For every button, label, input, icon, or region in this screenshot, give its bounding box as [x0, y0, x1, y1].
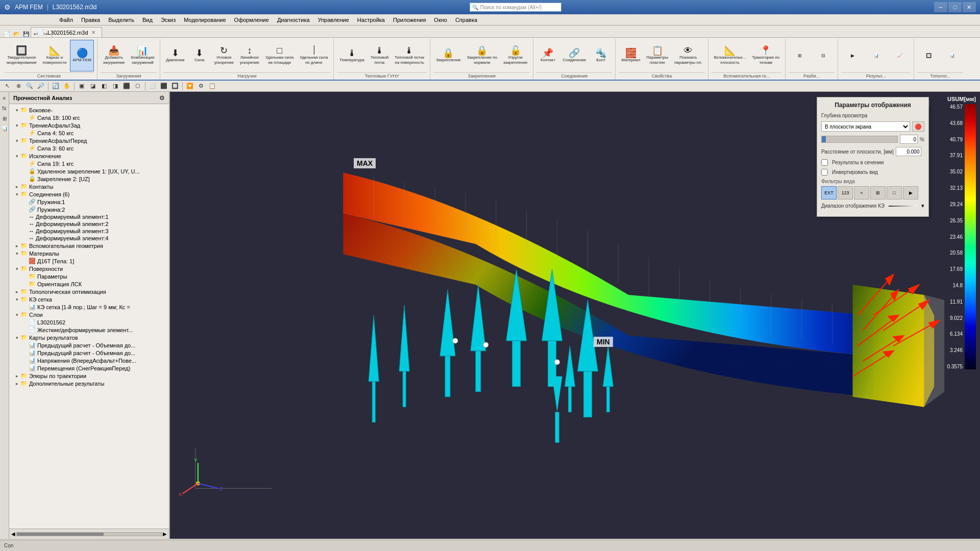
ribbon-btn-add-load[interactable]: 📥 Добавитьзагружение	[101, 40, 128, 71]
menu-modeling[interactable]: Моделирование	[180, 16, 230, 24]
ribbon-btn-combo[interactable]: 📊 Комбинациязагружений	[128, 40, 157, 71]
viewport[interactable]: X Y Z MAX MIN АПМ Параметры отображения	[170, 92, 980, 539]
tree-toggle-icon[interactable]: ▸	[13, 184, 20, 189]
tree-toggle-icon[interactable]: ▸	[13, 373, 20, 379]
tree-item[interactable]: ▸📁Эпюры по траектории	[9, 372, 169, 380]
filter-btn-123[interactable]: 123	[838, 186, 853, 199]
tb-btn-zoom-fit[interactable]: ⊕	[13, 82, 23, 91]
ribbon-btn-results1[interactable]: ▶	[841, 40, 864, 71]
depth-color-button[interactable]: 🔴	[912, 121, 924, 132]
invert-view-checkbox[interactable]	[821, 169, 828, 176]
tree-toggle-icon[interactable]: ▾	[13, 154, 20, 159]
tree-item[interactable]: ▾📁Исключение	[9, 152, 169, 160]
left-icon-2[interactable]: fx	[1, 104, 9, 112]
tb-btn-top[interactable]: ⬛	[121, 82, 132, 91]
menu-control[interactable]: Управление	[314, 16, 353, 24]
ribbon-btn-linear[interactable]: ↕ Линейноеускорение	[237, 40, 262, 71]
tb-btn-front[interactable]: ▣	[77, 82, 87, 91]
tree-item[interactable]: ▸📁Контакты	[9, 183, 169, 190]
tb-btn-filter2[interactable]: ⚙	[196, 82, 206, 91]
ribbon-btn-fix-normal[interactable]: 🔒 Закрепление понормали	[464, 40, 500, 71]
tree-item[interactable]: 🔒Удаленное закрепление 1: [UX, UY, U...	[9, 167, 169, 175]
tb-btn-rotate[interactable]: 🔄	[51, 82, 61, 91]
ribbon-btn-bolt[interactable]: 🔩 Болт	[590, 40, 612, 71]
filter-btn-box[interactable]: □	[887, 186, 902, 199]
left-icon-4[interactable]: 📊	[1, 124, 9, 133]
tb-btn-zoom-out[interactable]: 🔎	[36, 82, 46, 91]
ribbon-btn-results3[interactable]: 📈	[888, 40, 911, 71]
tree-item[interactable]: ▾📁Соединения (6)	[9, 190, 169, 198]
ribbon-btn-heat-surface[interactable]: 🌡 Тепловой потокна поверхность	[392, 40, 427, 71]
tree-toggle-icon[interactable]: ▾	[13, 192, 20, 197]
tree-toggle-icon[interactable]: ▾	[13, 297, 20, 302]
tree-item[interactable]: 📊Предыдущий расчет - Объемная до...	[9, 341, 169, 349]
depth-select[interactable]: В плоскости экрана	[821, 121, 910, 132]
tree-item[interactable]: ⚡Сила 3: 60 кгс	[9, 144, 169, 152]
tree-item[interactable]: 📄Жесткие/деформируемые элемент...	[9, 326, 169, 334]
ribbon-btn-frame[interactable]: 📐 Каркас иповерхности	[40, 40, 69, 71]
tree-item[interactable]: 📊КЭ сетка [1-й пор.; Шаг = 9 мм; Кс =	[9, 303, 169, 311]
ribbon-btn-apm[interactable]: 🔵 APM FEM	[70, 40, 93, 71]
ribbon-btn-contact[interactable]: 📌 Контакт	[536, 40, 559, 71]
tree-item[interactable]: ▾📁ТрениеАсфальтПеред	[9, 137, 169, 144]
menu-apps[interactable]: Приложения	[389, 16, 430, 24]
new-button[interactable]: 📄	[2, 30, 11, 39]
distance-input[interactable]	[896, 147, 921, 156]
close-button[interactable]: ✕	[963, 2, 976, 12]
tree-item[interactable]: ↔Деформируемый элемент:1	[9, 213, 169, 220]
tb-btn-right[interactable]: ◨	[110, 82, 120, 91]
filter-btn-ext[interactable]: EXT	[821, 186, 837, 199]
tree-item[interactable]: ↔Деформируемый элемент:4	[9, 235, 169, 242]
tree-toggle-icon[interactable]: ▾	[13, 335, 20, 340]
ribbon-btn-topo2[interactable]: 📊	[941, 40, 963, 71]
redo-button[interactable]: ↪	[41, 30, 50, 39]
ribbon-btn-angular[interactable]: ↻ Угловоеускорение	[212, 40, 236, 71]
tree-item[interactable]: ▸📁Топологическая оптимизация	[9, 288, 169, 295]
tree-toggle-icon[interactable]: ▾	[13, 123, 20, 128]
ribbon-btn-spec-line[interactable]: ⏐ Удельная силапо длине	[297, 40, 330, 71]
tree-item[interactable]: 📁Параметры	[9, 272, 169, 280]
minimize-button[interactable]: ─	[934, 2, 947, 12]
scroll-right-button[interactable]: ▶	[163, 531, 167, 537]
tree-item[interactable]: ⚡Сила 18: 100 кгс	[9, 114, 169, 121]
menu-settings[interactable]: Настройка	[353, 16, 389, 24]
ribbon-btn-plate-params[interactable]: 📋 Параметрыпластин	[644, 40, 671, 71]
tree-item[interactable]: ▸📁Вспомогательная геометрия	[9, 242, 169, 249]
tree-container[interactable]: ▾📁Боковое-⚡Сила 18: 100 кгс▾📁ТрениеАсфал…	[9, 104, 169, 529]
tb-btn-select[interactable]: ↖	[2, 82, 12, 91]
tb-btn-shade[interactable]: 🔲	[170, 82, 180, 91]
menu-view[interactable]: Вид	[138, 16, 157, 24]
tb-btn-solid[interactable]: ⬛	[159, 82, 169, 91]
tree-item[interactable]: 📊Напряжения (ВпередАсфальт+Пове...	[9, 357, 169, 364]
menu-help[interactable]: Справка	[451, 16, 481, 24]
tree-item[interactable]: ▾📁КЭ сетка	[9, 295, 169, 303]
tree-item[interactable]: 🔗Пружина:1	[9, 198, 169, 206]
ribbon-btn-mesh1[interactable]: ⊞	[789, 40, 811, 71]
tree-item[interactable]: ▸📁Дополнительные результаты	[9, 380, 169, 387]
menu-window[interactable]: Окно	[430, 16, 451, 24]
percent-input[interactable]	[900, 135, 918, 144]
panel-settings-button[interactable]: ⚙	[159, 94, 165, 102]
ribbon-btn-heat-flow[interactable]: 🌡 Тепловойпоток	[368, 40, 391, 71]
tree-toggle-icon[interactable]: ▸	[13, 243, 20, 248]
tree-toggle-icon[interactable]: ▾	[13, 251, 20, 256]
ribbon-btn-temp[interactable]: 🌡 Температура	[337, 40, 366, 71]
range-slider[interactable]	[889, 206, 917, 207]
menu-edit[interactable]: Правка	[77, 16, 104, 24]
filter-btn-wave[interactable]: ≈	[854, 186, 869, 199]
ribbon-btn-fix[interactable]: 🔒 Закрепление	[433, 40, 463, 71]
tb-btn-filter[interactable]: 🔽	[185, 82, 195, 91]
maximize-button[interactable]: □	[948, 2, 962, 12]
menu-select[interactable]: Выделить	[104, 16, 138, 24]
tb-btn-zoom-in[interactable]: 🔍	[24, 82, 35, 91]
scroll-left-button[interactable]: ◀	[11, 531, 15, 537]
tree-item[interactable]: 📊Перемещения (СнегРеакцияПеред)	[9, 364, 169, 372]
ribbon-btn-mesh2[interactable]: ⊟	[812, 40, 835, 71]
tb-btn-iso[interactable]: ⬡	[133, 82, 143, 91]
tree-item[interactable]: ▾📁Карты результатов	[9, 334, 169, 341]
tb-btn-wire[interactable]: ⬜	[148, 82, 158, 91]
ribbon-btn-force[interactable]: ⬇ Сила	[188, 40, 211, 71]
tree-toggle-icon[interactable]: ▸	[13, 381, 20, 386]
ribbon-btn-material[interactable]: 🧱 Материал	[619, 40, 643, 71]
tree-item[interactable]: ▾📁Материалы	[9, 249, 169, 257]
